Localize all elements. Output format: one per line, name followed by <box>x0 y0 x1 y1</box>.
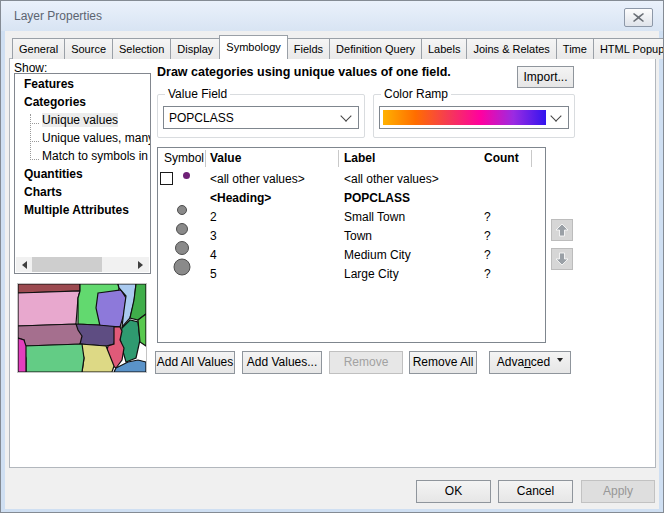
window-title: Layer Properties <box>14 9 102 23</box>
title-bar: Layer Properties <box>1 1 663 31</box>
color-ramp-dropdown[interactable] <box>379 106 569 129</box>
add-all-values-button[interactable]: Add All Values <box>155 351 235 374</box>
value-rows: <all other values><all other values><Hea… <box>158 170 545 284</box>
value-row-4[interactable]: 4Medium City? <box>158 246 545 265</box>
cell-value: 3 <box>210 229 217 243</box>
tab-fields[interactable]: Fields <box>287 38 330 59</box>
symbology-tab-page: Show: FeaturesCategoriesUnique valuesUni… <box>9 58 656 468</box>
value-field-label: Value Field <box>165 87 230 101</box>
header-divider <box>205 150 206 167</box>
cell-label: POPCLASS <box>344 191 410 205</box>
chevron-down-icon <box>550 110 561 121</box>
remove-all-button[interactable]: Remove All <box>409 351 477 374</box>
tab-display[interactable]: Display <box>170 38 220 59</box>
move-up-button <box>551 219 573 241</box>
value-row-all-other-values[interactable]: <all other values><all other values> <box>158 170 545 189</box>
dropdown-arrow-icon <box>557 358 563 365</box>
up-arrow-icon <box>555 223 569 237</box>
cell-label: <all other values> <box>344 172 439 186</box>
value-field-value: POPCLASS <box>164 111 342 125</box>
tab-labels[interactable]: Labels <box>421 38 467 59</box>
tree-branch-line <box>30 114 31 158</box>
chevron-down-icon <box>340 110 351 121</box>
ok-button[interactable]: OK <box>416 480 491 503</box>
move-down-button <box>551 248 573 270</box>
unique-values-list: Symbol Value Label Count <all other valu… <box>157 147 546 343</box>
column-header-label: Label <box>344 151 375 165</box>
cell-count: ? <box>484 210 491 224</box>
cell-count: ? <box>484 267 491 281</box>
tab-general[interactable]: General <box>12 38 65 59</box>
value-row-2[interactable]: 2Small Town? <box>158 208 545 227</box>
map-preview <box>17 283 147 373</box>
tree-connector <box>30 118 39 124</box>
tab-html-popup[interactable]: HTML Popup <box>593 38 664 59</box>
cell-value: 2 <box>210 210 217 224</box>
tab-symbology[interactable]: Symbology <box>219 35 287 59</box>
tree-connector <box>30 136 39 142</box>
symbol-dot-icon[interactable] <box>174 259 191 276</box>
color-ramp-gradient <box>383 110 546 125</box>
show-tree: FeaturesCategoriesUnique valuesUnique va… <box>14 73 151 274</box>
advanced-button[interactable]: Advanced <box>489 351 571 374</box>
value-field-dropdown[interactable]: POPCLASS <box>163 106 359 129</box>
cell-count: ? <box>484 229 491 243</box>
tab-source[interactable]: Source <box>64 38 113 59</box>
column-header-symbol: Symbol <box>164 151 204 165</box>
tab-joins-relates[interactable]: Joins & Relates <box>466 38 556 59</box>
show-item-charts[interactable]: Charts <box>15 183 150 201</box>
add-values-button[interactable]: Add Values... <box>242 351 322 374</box>
symbol-dot-icon[interactable] <box>177 205 187 215</box>
cell-label: Medium City <box>344 248 411 262</box>
header-divider <box>531 150 532 167</box>
tree-horizontal-scrollbar[interactable] <box>16 257 149 272</box>
symbol-dot-icon[interactable] <box>175 241 189 255</box>
color-ramp-groupbox: Color Ramp <box>373 94 575 138</box>
show-item-unique-values[interactable]: Unique values <box>15 111 150 129</box>
column-header-value: Value <box>210 151 241 165</box>
value-field-groupbox: Value Field POPCLASS <box>157 94 365 138</box>
show-item-match-to-symbols-in-a[interactable]: Match to symbols in a <box>15 147 150 165</box>
apply-button: Apply <box>581 480 655 503</box>
layer-properties-dialog: Layer Properties GeneralSourceSelectionD… <box>0 0 664 513</box>
color-ramp-label: Color Ramp <box>381 87 451 101</box>
close-button[interactable] <box>624 8 653 27</box>
cell-label: Small Town <box>344 210 405 224</box>
down-arrow-icon <box>555 252 569 266</box>
scrollbar-thumb[interactable] <box>32 257 102 272</box>
tab-definition-query[interactable]: Definition Query <box>329 38 422 59</box>
show-item-unique-values-many[interactable]: Unique values, many <box>15 129 150 147</box>
column-header-count: Count <box>484 151 519 165</box>
all-other-values-checkbox[interactable] <box>160 172 173 185</box>
cell-value: <Heading> <box>210 191 271 205</box>
remove-button: Remove <box>329 351 403 374</box>
symbol-dot-icon[interactable] <box>176 223 188 235</box>
cell-value: 5 <box>210 267 217 281</box>
close-icon <box>633 13 644 22</box>
tab-time[interactable]: Time <box>556 38 594 59</box>
scroll-right-arrow-icon[interactable] <box>134 257 149 272</box>
value-row-heading[interactable]: <Heading>POPCLASS <box>158 189 545 208</box>
cell-value: 4 <box>210 248 217 262</box>
cell-label: Large City <box>344 267 399 281</box>
cell-value: <all other values> <box>210 172 305 186</box>
tab-strip: GeneralSourceSelectionDisplaySymbologyFi… <box>12 35 664 59</box>
cancel-button[interactable]: Cancel <box>498 480 573 503</box>
scroll-left-arrow-icon[interactable] <box>16 257 31 272</box>
value-row-5[interactable]: 5Large City? <box>158 265 545 284</box>
symbol-dot-icon[interactable] <box>183 172 190 179</box>
tab-selection[interactable]: Selection <box>112 38 171 59</box>
show-item-multiple-attributes[interactable]: Multiple Attributes <box>15 201 150 219</box>
show-tree-items: FeaturesCategoriesUnique valuesUnique va… <box>15 75 150 219</box>
tree-connector <box>30 154 39 160</box>
show-item-categories[interactable]: Categories <box>15 93 150 111</box>
value-row-3[interactable]: 3Town? <box>158 227 545 246</box>
cell-label: Town <box>344 229 372 243</box>
cell-count: ? <box>484 248 491 262</box>
header-divider <box>338 150 339 167</box>
import-button[interactable]: Import... <box>517 66 574 88</box>
show-item-quantities[interactable]: Quantities <box>15 165 150 183</box>
method-description: Draw categories using unique values of o… <box>157 65 451 79</box>
show-item-features[interactable]: Features <box>15 75 150 93</box>
